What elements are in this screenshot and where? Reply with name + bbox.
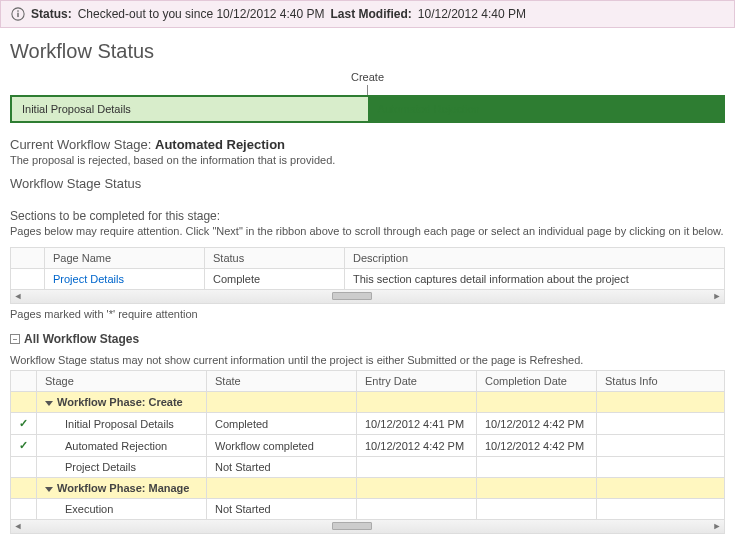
phase-row-create[interactable]: Workflow Phase: Create — [11, 392, 725, 413]
sections-table: Page Name Status Description Project Det… — [10, 247, 725, 290]
col2-state[interactable]: State — [207, 371, 357, 392]
last-modified-text: 10/12/2012 4:40 PM — [418, 7, 526, 21]
page-desc: This section captures detail information… — [345, 269, 725, 290]
scroll-right-icon[interactable]: ► — [710, 520, 724, 532]
svg-rect-2 — [17, 10, 18, 11]
scroll-left-icon[interactable]: ◄ — [11, 520, 25, 532]
all-stages-header[interactable]: – All Workflow Stages — [0, 324, 735, 350]
svg-rect-1 — [17, 13, 18, 17]
collapse-icon[interactable]: – — [10, 334, 20, 344]
col2-completion[interactable]: Completion Date — [477, 371, 597, 392]
page-title: Workflow Status — [10, 40, 725, 63]
check-icon: ✓ — [11, 435, 37, 457]
current-stage-prefix: Current Workflow Stage: — [10, 137, 151, 152]
scroll-thumb[interactable] — [332, 292, 372, 300]
sections-header: Sections to be completed for this stage: — [0, 209, 735, 223]
check-icon: ✓ — [11, 413, 37, 435]
current-stage-name: Automated Rejection — [155, 137, 285, 152]
col2-blank — [11, 371, 37, 392]
stage-row[interactable]: ✓Automated RejectionWorkflow completed10… — [11, 435, 725, 457]
horizontal-scrollbar[interactable]: ◄► — [10, 290, 725, 304]
col2-stage[interactable]: Stage — [37, 371, 207, 392]
scroll-right-icon[interactable]: ► — [710, 290, 724, 302]
table-row[interactable]: Project Details Complete This section ca… — [11, 269, 725, 290]
phase-row-manage[interactable]: Workflow Phase: Manage — [11, 478, 725, 499]
phase-progress-bar: Initial Proposal Details Automated Rejec… — [10, 95, 725, 123]
caret-down-icon — [45, 401, 53, 406]
stage-status-title: Workflow Stage Status — [10, 176, 725, 191]
page-status: Complete — [205, 269, 345, 290]
caret-down-icon — [45, 487, 53, 492]
stages-table: Stage State Entry Date Completion Date S… — [10, 370, 725, 520]
stage-row[interactable]: ✓Initial Proposal DetailsCompleted10/12/… — [11, 413, 725, 435]
current-stage-section: Current Workflow Stage: Automated Reject… — [0, 137, 735, 166]
scroll-thumb[interactable] — [332, 522, 372, 530]
status-text: Checked-out to you since 10/12/2012 4:40… — [78, 7, 325, 21]
current-stage-desc: The proposal is rejected, based on the i… — [10, 154, 725, 166]
scroll-left-icon[interactable]: ◄ — [11, 290, 25, 302]
attention-note: Pages marked with '*' require attention — [0, 304, 735, 324]
page-link-project-details[interactable]: Project Details — [45, 269, 205, 290]
col-page-name[interactable]: Page Name — [45, 248, 205, 269]
stage-row[interactable]: Project DetailsNot Started — [11, 457, 725, 478]
info-icon — [11, 7, 25, 21]
col-description[interactable]: Description — [345, 248, 725, 269]
sections-sub: Pages below may require attention. Click… — [0, 225, 735, 237]
status-bar: Status: Checked-out to you since 10/12/2… — [0, 0, 735, 28]
col2-entry[interactable]: Entry Date — [357, 371, 477, 392]
horizontal-scrollbar[interactable]: ◄► — [10, 520, 725, 534]
phase-tick — [367, 85, 368, 95]
all-stages-note: Workflow Stage status may not show curre… — [0, 350, 735, 370]
stage-row[interactable]: ExecutionNot Started — [11, 499, 725, 520]
phase-create-label: Create — [10, 71, 725, 83]
col2-info[interactable]: Status Info — [597, 371, 725, 392]
col-status[interactable]: Status — [205, 248, 345, 269]
all-stages-title: All Workflow Stages — [24, 332, 139, 346]
status-label: Status: — [31, 7, 72, 21]
col-blank — [11, 248, 45, 269]
last-modified-label: Last Modified: — [331, 7, 412, 21]
phase-segment-initial[interactable]: Initial Proposal Details — [12, 97, 368, 121]
phase-segment-rejection[interactable]: Automated Rejection — [368, 97, 724, 121]
